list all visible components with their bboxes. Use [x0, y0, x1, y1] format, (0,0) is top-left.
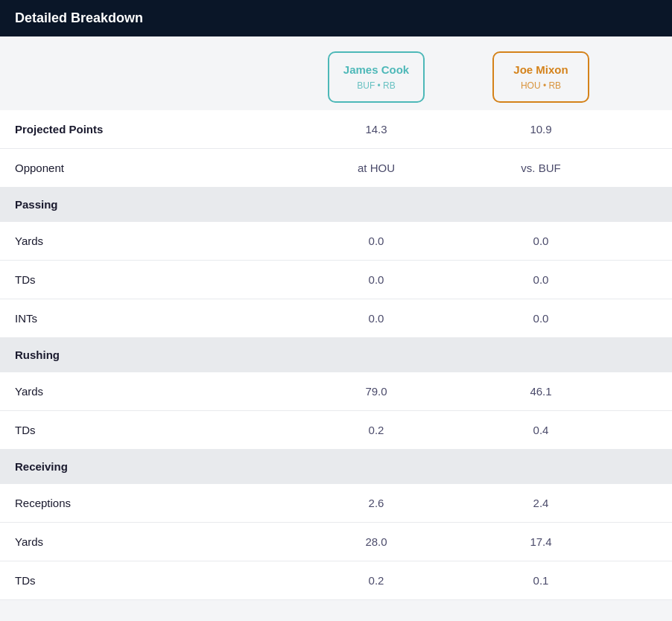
row-value-player1: at HOU — [328, 162, 425, 174]
row-value-player1: 28.0 — [328, 535, 425, 548]
section-label: Passing — [15, 198, 328, 211]
row-value-player2: 10.9 — [492, 123, 589, 136]
row-value-player1: 14.3 — [328, 123, 425, 136]
data-row: Yards0.00.0 — [0, 222, 672, 261]
row-label: TDs — [15, 273, 328, 286]
row-label: INTs — [15, 312, 328, 325]
row-label: Opponent — [15, 162, 328, 174]
player-card-1: James Cook BUF • RB — [328, 51, 425, 103]
data-row: Yards79.046.1 — [0, 372, 672, 411]
row-value-player1: 0.0 — [328, 235, 425, 247]
row-value-player2: 17.4 — [492, 535, 589, 548]
row-value-player2: 0.4 — [492, 424, 589, 436]
data-row: Receptions2.62.4 — [0, 484, 672, 523]
row-label: Projected Points — [15, 123, 328, 136]
row-value-player2: vs. BUF — [492, 162, 589, 174]
row-value-player2: 0.1 — [492, 574, 589, 587]
row-value-player1: 2.6 — [328, 497, 425, 509]
data-row: TDs0.00.0 — [0, 261, 672, 299]
row-value-player2: 46.1 — [492, 385, 589, 398]
page-title: Detailed Breakdown — [0, 0, 672, 36]
row-value-player1: 0.2 — [328, 424, 425, 436]
player-card-2: Joe Mixon HOU • RB — [492, 51, 589, 103]
player2-team: HOU • RB — [501, 80, 580, 92]
row-label: Yards — [15, 235, 328, 247]
data-row: Projected Points14.310.9 — [0, 110, 672, 149]
player2-name: Joe Mixon — [501, 62, 580, 77]
section-row: Passing — [0, 188, 672, 222]
row-value-player1: 79.0 — [328, 385, 425, 398]
row-value-player2: 2.4 — [492, 497, 589, 509]
section-row: Receiving — [0, 450, 672, 484]
section-label: Rushing — [15, 348, 328, 361]
row-label: TDs — [15, 574, 328, 587]
data-row: TDs0.20.1 — [0, 561, 672, 600]
section-label: Receiving — [15, 460, 328, 473]
breakdown-table: Projected Points14.310.9Opponentat HOUvs… — [0, 110, 672, 600]
data-row: TDs0.20.4 — [0, 411, 672, 450]
data-row: Yards28.017.4 — [0, 523, 672, 561]
row-value-player2: 0.0 — [492, 273, 589, 286]
player-header-row: James Cook BUF • RB Joe Mixon HOU • RB — [0, 36, 672, 110]
row-label: TDs — [15, 424, 328, 436]
row-value-player1: 0.0 — [328, 312, 425, 325]
data-row: Opponentat HOUvs. BUF — [0, 149, 672, 188]
player1-team: BUF • RB — [337, 80, 416, 92]
row-value-player1: 0.2 — [328, 574, 425, 587]
row-label: Yards — [15, 535, 328, 548]
player1-name: James Cook — [337, 62, 416, 77]
row-value-player1: 0.0 — [328, 273, 425, 286]
row-value-player2: 0.0 — [492, 235, 589, 247]
data-row: INTs0.00.0 — [0, 299, 672, 338]
row-label: Yards — [15, 385, 328, 398]
section-row: Rushing — [0, 338, 672, 372]
row-value-player2: 0.0 — [492, 312, 589, 325]
row-label: Receptions — [15, 497, 328, 509]
